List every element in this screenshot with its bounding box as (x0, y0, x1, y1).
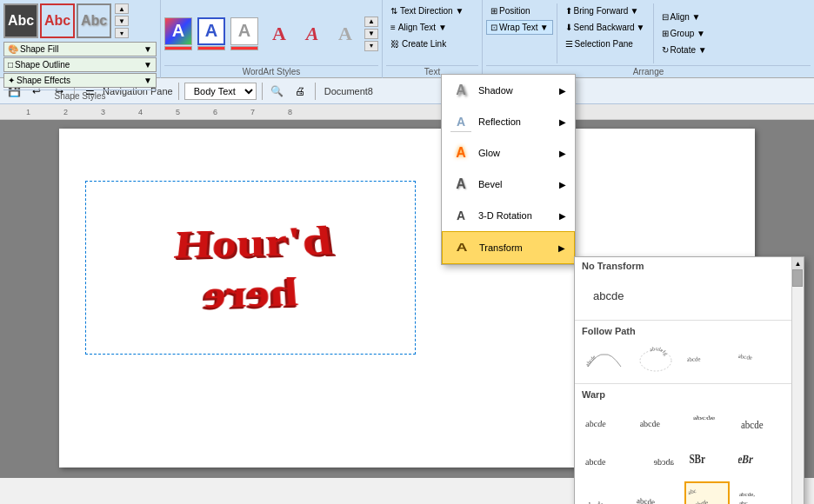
text-effects-btn[interactable]: A (230, 17, 258, 45)
svg-text:abcde: abcde (637, 496, 655, 504)
warped-text-line1: Hour'd (172, 220, 334, 265)
wrap-chevron: ▼ (540, 23, 549, 32)
selection-pane-btn[interactable]: ☰ Selection Pane (561, 36, 650, 51)
shape-style-1[interactable]: Abc (3, 3, 38, 38)
warp-9[interactable]: abcde (582, 481, 627, 504)
text-dir-icon: ⇅ (390, 6, 397, 16)
shape-styles-presets: Abc Abc Abc (3, 3, 111, 38)
svg-text:abcde: abcde (585, 500, 604, 504)
wordart-style-1[interactable]: A (264, 18, 295, 50)
text-outline-btn[interactable]: A (197, 17, 225, 45)
svg-text:abc: abc (687, 487, 697, 496)
align-btn[interactable]: ⊟ Align ▼ (657, 10, 711, 24)
bring-forward-icon: ⬆ (565, 6, 572, 16)
text-effects-color-bar (230, 46, 258, 50)
text-direction-btn[interactable]: ⇅ Text Direction ▼ (386, 3, 478, 18)
shape-fill-btn[interactable]: 🎨 Shape Fill ▼ (3, 42, 157, 56)
warp-12[interactable]: abcde, abc (736, 481, 781, 504)
text-box[interactable]: Hour'd here (85, 181, 416, 355)
shape-effects-btn[interactable]: ✦ Shape Effects ▼ (3, 73, 157, 88)
selection-pane-icon: ☰ (565, 39, 573, 49)
arrange-label: Arrange (486, 65, 811, 76)
svg-text:abcde,: abcde, (739, 491, 755, 498)
svg-text:de: de (702, 499, 708, 504)
wordart-scroll-down[interactable]: ▼ (364, 29, 378, 39)
wordart-styles-label: WordArt Styles (164, 65, 378, 76)
align-icon: ≡ (390, 23, 396, 32)
wrap-icon: ⊡ (490, 23, 497, 32)
group-btn[interactable]: ⊞ Group ▼ (657, 26, 711, 41)
shape-style-2[interactable]: Abc (40, 3, 75, 38)
chevron-down-icon: ▼ (143, 44, 152, 54)
align-icon2: ⊟ (662, 12, 669, 22)
shape-style-3[interactable]: Abc (77, 3, 111, 38)
fill-icon: 🎨 (8, 44, 18, 54)
send-backward-btn[interactable]: ⬇ Send Backward ▼ (561, 20, 650, 35)
sep4 (315, 83, 316, 100)
sb-chevron: ▼ (637, 23, 645, 32)
create-link-btn[interactable]: ⛓ Create Link (386, 36, 478, 51)
rotate-btn[interactable]: ↻ Rotate ▼ (657, 43, 711, 57)
svg-text:abc: abc (739, 500, 748, 504)
scroll-up-btn[interactable]: ▲ (115, 3, 129, 14)
scroll-down-btn[interactable]: ▼ (115, 16, 129, 26)
ruler-horizontal: 1 2 3 4 5 6 7 8 (0, 104, 814, 120)
bring-forward-btn[interactable]: ⬆ Bring Forward ▼ (561, 3, 650, 18)
warp-10[interactable]: abcde (633, 481, 678, 504)
send-backward-icon: ⬇ (565, 23, 572, 32)
shape-outline-btn[interactable]: □ Shape Outline ▼ (3, 57, 157, 72)
chevron-down-icon5: ▼ (438, 23, 447, 32)
wordart-style-3[interactable]: A (330, 18, 361, 50)
text-fill-btn[interactable]: A (164, 17, 192, 45)
sep3 (262, 83, 263, 100)
print-icon[interactable]: 🖨 (290, 82, 310, 101)
rotate-icon: ↻ (662, 45, 669, 55)
effects-icon: ✦ (8, 76, 15, 85)
shape-styles-label: Shape Styles (3, 90, 157, 101)
warped-text-container: Hour'd here (94, 189, 407, 346)
align-text-btn[interactable]: ≡ Align Text ▼ (386, 20, 478, 35)
sep2 (178, 83, 179, 100)
wordart-expand[interactable]: ▾ (364, 41, 378, 51)
chevron-down-icon3: ▼ (143, 76, 152, 85)
wrap-text-btn[interactable]: ⊡ Wrap Text ▼ (486, 20, 553, 35)
document-page: Hour'd here (59, 129, 755, 468)
bf-chevron: ▼ (630, 6, 638, 16)
wordart-style-2[interactable]: A (297, 18, 328, 50)
text-fill-color-bar (164, 46, 192, 50)
svg-text:abc: abc (695, 500, 704, 504)
text-outline-color-bar (197, 46, 225, 50)
position-icon: ⊞ (490, 6, 497, 16)
link-icon: ⛓ (390, 39, 399, 49)
doc-title: Document8 (321, 86, 377, 96)
expand-btn[interactable]: ▾ (115, 28, 129, 38)
style-dropdown[interactable]: Body Text (184, 83, 257, 100)
chevron-down-icon4: ▼ (456, 6, 464, 16)
warp-11-selected[interactable]: abc de abc ↖ (684, 481, 730, 504)
group-icon: ⊞ (662, 29, 669, 38)
zoom-icon[interactable]: 🔍 (268, 82, 287, 101)
outline-icon: □ (8, 60, 13, 70)
position-btn[interactable]: ⊞ Position (486, 3, 553, 18)
warped-text-line2: here (203, 272, 300, 315)
text-section-label: Text (386, 65, 478, 76)
chevron-down-icon2: ▼ (143, 60, 152, 70)
wordart-scroll-up[interactable]: ▲ (364, 17, 378, 27)
